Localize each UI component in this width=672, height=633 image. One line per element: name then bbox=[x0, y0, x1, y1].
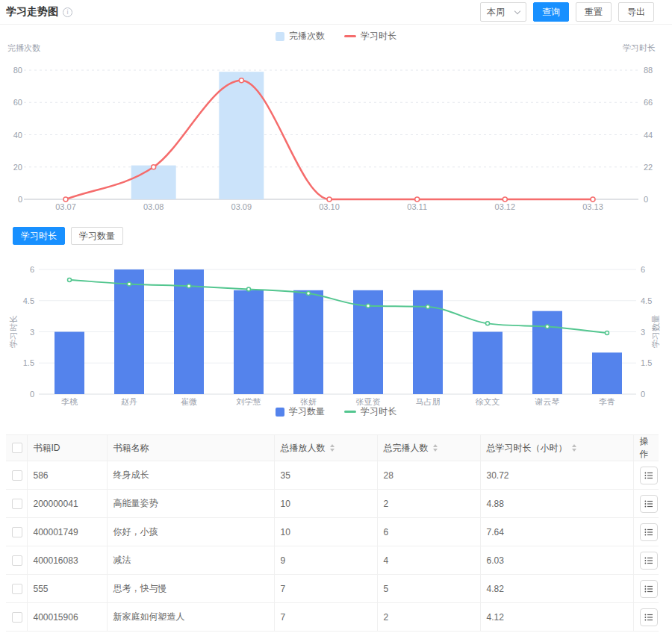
detail-list-icon bbox=[644, 527, 654, 537]
svg-text:0: 0 bbox=[644, 195, 648, 204]
row-action-button[interactable] bbox=[640, 552, 658, 570]
cell-book-id: 400016083 bbox=[27, 546, 107, 575]
legend-item-study-duration[interactable]: 学习时长 bbox=[344, 405, 396, 418]
svg-text:03.08: 03.08 bbox=[143, 202, 164, 211]
svg-text:3: 3 bbox=[641, 328, 645, 337]
trend-chart-canvas: 02040608002244668803.0703.0803.0903.1003… bbox=[0, 25, 672, 216]
svg-text:03.10: 03.10 bbox=[319, 202, 340, 211]
table-row: 400016083 减法 9 4 6.03 bbox=[6, 546, 659, 575]
legend-label: 完播次数 bbox=[289, 30, 325, 43]
header-total-completes[interactable]: 总完播人数 bbox=[377, 435, 480, 461]
svg-text:03.07: 03.07 bbox=[55, 202, 76, 211]
cell-completes: 5 bbox=[377, 575, 480, 603]
cell-completes: 2 bbox=[377, 490, 480, 518]
svg-text:03.12: 03.12 bbox=[495, 202, 516, 211]
sort-carets[interactable] bbox=[433, 444, 438, 452]
cell-plays: 10 bbox=[274, 490, 377, 518]
svg-text:88: 88 bbox=[644, 66, 653, 75]
legend-label: 学习时长 bbox=[361, 30, 396, 43]
svg-text:学习数量: 学习数量 bbox=[651, 315, 660, 348]
legend-item-study-count[interactable]: 学习数量 bbox=[276, 405, 325, 418]
row-action-button[interactable] bbox=[640, 467, 658, 484]
cell-book-name: 减法 bbox=[107, 546, 274, 575]
reset-button[interactable]: 重置 bbox=[576, 2, 612, 22]
detail-list-icon bbox=[644, 470, 654, 481]
row-checkbox[interactable] bbox=[12, 555, 22, 566]
legend-bar-swatch bbox=[276, 408, 284, 417]
row-action-button[interactable] bbox=[640, 495, 658, 513]
svg-text:40: 40 bbox=[13, 131, 22, 140]
svg-text:03.09: 03.09 bbox=[231, 202, 252, 211]
cell-duration: 4.88 bbox=[480, 490, 633, 518]
cell-plays: 35 bbox=[274, 461, 377, 490]
header-action: 操作 bbox=[633, 435, 659, 461]
svg-text:完播次数: 完播次数 bbox=[7, 43, 40, 52]
toolbar: 本周 查询 重置 导出 bbox=[480, 2, 654, 22]
legend-label: 学习数量 bbox=[289, 405, 325, 418]
cell-duration: 4.82 bbox=[480, 575, 633, 603]
metric-toggle-group: 学习时长 学习数量 bbox=[13, 227, 123, 245]
cell-duration: 7.64 bbox=[480, 518, 633, 546]
header-book-name: 书籍名称 bbox=[107, 435, 274, 461]
svg-text:80: 80 bbox=[13, 66, 22, 75]
toggle-study-count[interactable]: 学习数量 bbox=[71, 227, 123, 245]
row-checkbox[interactable] bbox=[12, 470, 22, 481]
legend-bar-swatch bbox=[276, 32, 284, 41]
svg-text:6: 6 bbox=[30, 265, 34, 274]
header-book-id: 书籍ID bbox=[27, 435, 107, 461]
query-button[interactable]: 查询 bbox=[533, 2, 569, 22]
svg-text:60: 60 bbox=[13, 98, 22, 107]
table-row: 400001749 你好，小孩 10 6 7.64 bbox=[6, 518, 659, 546]
cell-book-id: 200000041 bbox=[27, 490, 107, 518]
svg-text:4.5: 4.5 bbox=[23, 296, 34, 305]
cell-completes: 28 bbox=[377, 461, 480, 490]
row-checkbox[interactable] bbox=[12, 612, 22, 623]
row-checkbox[interactable] bbox=[12, 527, 22, 537]
period-select[interactable]: 本周 bbox=[480, 2, 526, 22]
dashboard-page: 学习走势图 i 本周 查询 重置 导出 完播次数 学习时长 0204060800… bbox=[0, 0, 672, 633]
cell-book-id: 400015906 bbox=[27, 603, 107, 632]
cell-completes: 4 bbox=[377, 546, 480, 575]
title-wrap: 学习走势图 i bbox=[6, 5, 72, 19]
table-row: 400015906 新家庭如何塑造人 7 2 4.12 bbox=[6, 603, 659, 632]
export-button[interactable]: 导出 bbox=[618, 2, 654, 22]
row-checkbox[interactable] bbox=[12, 584, 22, 594]
table-row: 586 终身成长 35 28 30.72 bbox=[6, 461, 659, 490]
legend-line-swatch bbox=[344, 35, 356, 37]
legend-item-complete-count[interactable]: 完播次数 bbox=[276, 30, 325, 43]
page-header: 学习走势图 i 本周 查询 重置 导出 bbox=[0, 0, 672, 25]
info-circle-icon[interactable]: i bbox=[63, 7, 72, 17]
table-header-row: 书籍ID 书籍名称 总播放人数 总完播人数 总学习时长（小时） 操作 bbox=[6, 435, 659, 461]
cell-completes: 6 bbox=[377, 518, 480, 546]
row-action-button[interactable] bbox=[640, 608, 658, 626]
svg-text:学习时长: 学习时长 bbox=[623, 43, 656, 52]
cell-book-name: 高能量姿势 bbox=[107, 490, 274, 518]
cell-completes: 2 bbox=[377, 603, 480, 632]
toggle-study-duration[interactable]: 学习时长 bbox=[13, 227, 65, 245]
legend-item-study-duration[interactable]: 学习时长 bbox=[344, 30, 396, 43]
svg-text:4.5: 4.5 bbox=[641, 296, 652, 305]
row-action-button[interactable] bbox=[640, 580, 658, 598]
sort-carets[interactable] bbox=[330, 444, 335, 452]
chevron-down-icon bbox=[514, 7, 520, 13]
cell-book-name: 你好，小孩 bbox=[107, 518, 274, 546]
sort-carets[interactable] bbox=[572, 444, 576, 452]
user-chart-canvas: 01.534.5601.534.56李桃赵丹崔微刘学慧张妍张亚资马占朋徐文文谢云… bbox=[0, 254, 672, 414]
row-action-button[interactable] bbox=[640, 523, 658, 541]
table-row: 200000041 高能量姿势 10 2 4.88 bbox=[6, 490, 659, 518]
cell-book-id: 400001749 bbox=[27, 518, 107, 546]
detail-list-icon bbox=[644, 612, 654, 623]
header-total-plays[interactable]: 总播放人数 bbox=[274, 435, 377, 461]
svg-text:0: 0 bbox=[18, 195, 22, 204]
header-total-duration[interactable]: 总学习时长（小时） bbox=[480, 435, 633, 461]
cell-book-id: 555 bbox=[27, 575, 107, 603]
svg-text:学习时长: 学习时长 bbox=[9, 315, 18, 348]
svg-text:20: 20 bbox=[13, 163, 22, 172]
svg-text:44: 44 bbox=[644, 131, 653, 140]
svg-text:0: 0 bbox=[641, 390, 645, 399]
svg-text:22: 22 bbox=[644, 163, 653, 172]
row-checkbox[interactable] bbox=[12, 499, 22, 509]
select-all-checkbox[interactable] bbox=[12, 443, 22, 453]
svg-text:0: 0 bbox=[30, 390, 34, 399]
svg-text:66: 66 bbox=[644, 98, 653, 107]
